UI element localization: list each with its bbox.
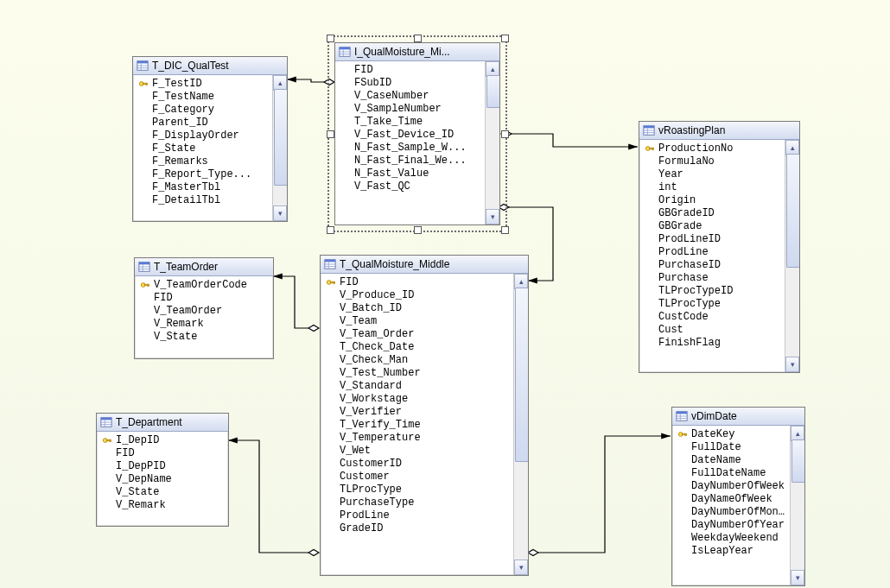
field-row[interactable]: V_State <box>97 485 228 498</box>
selection-handle[interactable] <box>327 35 334 42</box>
field-row[interactable]: F_DisplayOrder <box>133 129 273 142</box>
field-row[interactable]: F_Category <box>133 103 273 116</box>
field-row[interactable]: V_Wet <box>321 444 514 457</box>
field-row[interactable]: DayNumberOfWeek <box>672 479 791 492</box>
selection-handle[interactable] <box>414 226 422 234</box>
field-row[interactable]: ProdLine <box>639 245 785 258</box>
field-row[interactable]: V_Remark <box>97 498 228 511</box>
table-box[interactable]: vDimDateDateKeyFullDateDateNameFullDateN… <box>671 407 805 586</box>
field-row[interactable]: N_Fast_Sample_W... <box>335 141 486 154</box>
field-row[interactable]: GBGradeID <box>639 206 785 219</box>
field-row[interactable]: V_Team <box>321 314 514 327</box>
field-row[interactable]: V_Produce_ID <box>321 288 514 301</box>
field-row[interactable]: GradeID <box>321 522 514 534</box>
table-box[interactable]: T_DIC_QualTestF_TestIDF_TestNameF_Catego… <box>132 56 288 222</box>
table-box[interactable]: T_QualMoisture_MiddleFIDV_Produce_IDV_Ba… <box>320 255 529 576</box>
vertical-scrollbar[interactable]: ▴▾ <box>513 274 528 575</box>
field-row[interactable]: V_TeamOrder <box>135 304 273 317</box>
table-box[interactable]: I_QualMoisture_Mi...FIDFSubIDV_CaseNumbe… <box>334 42 500 225</box>
field-row[interactable]: V_CaseNumber <box>335 89 486 102</box>
field-row[interactable]: V_Standard <box>321 379 514 392</box>
field-row[interactable]: V_Workstage <box>321 392 514 405</box>
field-row[interactable]: Purchase <box>639 271 785 284</box>
field-row[interactable]: CustCode <box>639 310 785 323</box>
table-titlebar[interactable]: T_QualMoisture_Middle <box>321 256 528 274</box>
field-row[interactable]: F_Remarks <box>133 155 273 168</box>
field-row[interactable]: int <box>639 180 785 193</box>
field-row[interactable]: V_Remark <box>135 317 273 330</box>
field-row[interactable]: FullDate <box>672 440 791 453</box>
field-row[interactable]: F_TestID <box>133 77 273 90</box>
field-row[interactable]: ProdLineID <box>639 232 785 245</box>
field-row[interactable]: DayNumberOfMonth <box>672 505 791 518</box>
scroll-down-button[interactable]: ▾ <box>791 570 804 585</box>
field-row[interactable]: IsLeapYear <box>672 544 791 557</box>
field-row[interactable]: DateName <box>672 453 791 466</box>
selection-handle[interactable] <box>327 226 334 234</box>
scroll-thumb[interactable] <box>274 89 287 186</box>
vertical-scrollbar[interactable]: ▴▾ <box>485 61 499 224</box>
scroll-down-button[interactable]: ▾ <box>785 357 799 372</box>
selection-handle[interactable] <box>327 130 334 138</box>
scroll-down-button[interactable]: ▾ <box>273 205 287 221</box>
field-row[interactable]: WeekdayWeekend <box>672 531 791 544</box>
vertical-scrollbar[interactable]: ▴▾ <box>785 140 799 372</box>
field-row[interactable]: ProductionNo <box>639 142 785 155</box>
field-row[interactable]: PurchaseType <box>321 496 514 509</box>
field-row[interactable]: TLProcTypeID <box>639 284 785 297</box>
diagram-canvas[interactable]: T_DIC_QualTestF_TestIDF_TestNameF_Catego… <box>0 0 890 588</box>
field-row[interactable]: FullDateName <box>672 466 791 479</box>
field-row[interactable]: DayNumberOfYear <box>672 518 791 531</box>
vertical-scrollbar[interactable]: ▴▾ <box>272 75 287 221</box>
table-box[interactable]: T_TeamOrderV_TeamOrderCodeFIDV_TeamOrder… <box>134 257 274 359</box>
table-box[interactable]: vRoastingPlanProductionNoFormulaNoYearin… <box>639 121 800 373</box>
field-row[interactable]: V_Fast_QC <box>335 180 486 193</box>
selection-handle[interactable] <box>414 35 422 42</box>
field-row[interactable]: V_Batch_ID <box>321 301 514 314</box>
field-row[interactable]: V_State <box>135 330 273 343</box>
field-row[interactable]: ProdLine <box>321 509 514 522</box>
field-row[interactable]: Parent_ID <box>133 116 273 129</box>
field-row[interactable]: TLProcType <box>639 297 785 310</box>
scroll-thumb[interactable] <box>486 75 499 108</box>
field-row[interactable]: Cust <box>639 323 785 336</box>
field-row[interactable]: GBGrade <box>639 219 785 232</box>
field-row[interactable]: V_Test_Number <box>321 366 514 379</box>
field-row[interactable]: V_Fast_Device_ID <box>335 128 486 141</box>
field-row[interactable]: FID <box>135 291 273 304</box>
field-row[interactable]: V_SampleNumber <box>335 102 486 115</box>
selection-handle[interactable] <box>501 226 509 234</box>
field-row[interactable]: FinishFlag <box>639 336 785 349</box>
field-row[interactable]: Customer <box>321 470 514 483</box>
field-row[interactable]: T_Check_Date <box>321 340 514 353</box>
field-row[interactable]: FSubID <box>335 76 486 89</box>
field-row[interactable]: V_Check_Man <box>321 353 514 366</box>
field-row[interactable]: V_DepName <box>97 472 228 485</box>
table-titlebar[interactable]: T_DIC_QualTest <box>133 57 287 75</box>
field-row[interactable]: V_Team_Order <box>321 327 514 340</box>
field-row[interactable]: F_DetailTbl <box>133 193 273 206</box>
vertical-scrollbar[interactable]: ▴▾ <box>790 426 804 585</box>
field-row[interactable]: T_Verify_Time <box>321 418 514 431</box>
field-row[interactable]: F_MasterTbl <box>133 180 273 193</box>
field-row[interactable]: TLProcType <box>321 483 514 496</box>
field-row[interactable]: F_TestName <box>133 90 273 103</box>
field-row[interactable]: N_Fast_Value <box>335 167 486 180</box>
selection-handle[interactable] <box>501 130 509 138</box>
field-row[interactable]: I_DepPID <box>97 459 228 472</box>
scroll-thumb[interactable] <box>791 439 804 483</box>
field-row[interactable]: DateKey <box>672 427 791 440</box>
table-titlebar[interactable]: I_QualMoisture_Mi... <box>335 43 499 61</box>
field-row[interactable]: F_State <box>133 142 273 155</box>
scroll-down-button[interactable]: ▾ <box>486 209 499 224</box>
field-row[interactable]: V_Temperature <box>321 431 514 444</box>
field-row[interactable]: F_Report_Type... <box>133 168 273 180</box>
field-row[interactable]: FormulaNo <box>639 155 785 168</box>
table-titlebar[interactable]: vRoastingPlan <box>639 122 799 140</box>
field-row[interactable]: V_TeamOrderCode <box>135 278 273 291</box>
table-titlebar[interactable]: T_TeamOrder <box>135 258 273 276</box>
field-row[interactable]: CustomerID <box>321 457 514 470</box>
field-row[interactable]: FID <box>97 446 228 459</box>
field-row[interactable]: PurchaseID <box>639 258 785 271</box>
field-row[interactable]: FID <box>335 63 486 76</box>
